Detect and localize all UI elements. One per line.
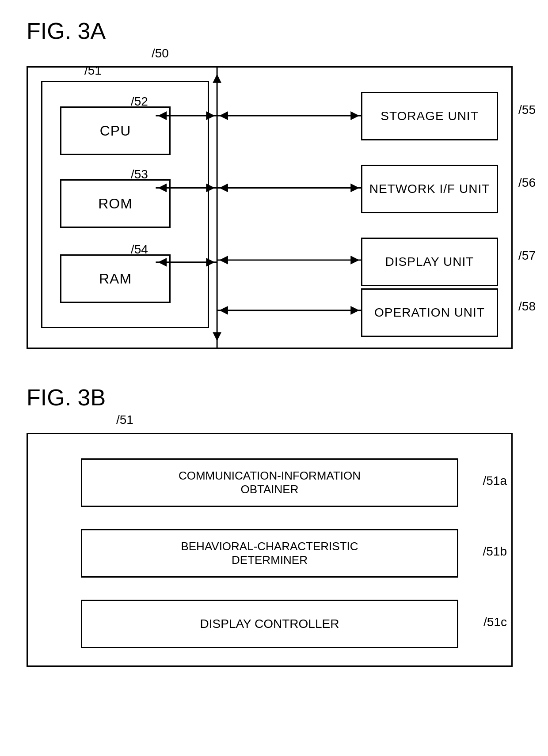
label-51b-outer: /51	[116, 413, 133, 427]
operation-box: OPERATION UNIT	[361, 288, 498, 337]
label-57: /57	[518, 249, 536, 263]
rom-label: ROM	[98, 196, 133, 212]
label-55: /55	[518, 103, 536, 117]
svg-marker-14	[350, 184, 359, 193]
storage-box: STORAGE UNIT	[361, 92, 498, 140]
behav-char-box: BEHAVIORAL-CHARACTERISTICDETERMINER	[81, 529, 458, 578]
label-51: /51	[84, 64, 102, 78]
label-52: /52	[131, 94, 148, 109]
fig3a-section: FIG. 3A /50 /51 CPU /52 ROM /53 RAM /54 …	[27, 18, 521, 349]
ram-box: RAM	[60, 254, 171, 303]
svg-marker-20	[350, 256, 359, 265]
disp-ctrl-label: DISPLAY CONTROLLER	[200, 617, 339, 631]
inner-box-51: /51 CPU /52 ROM /53 RAM /54	[41, 81, 209, 328]
svg-marker-7	[219, 111, 228, 120]
cpu-label: CPU	[100, 123, 131, 139]
fig3b-section: FIG. 3B /51 COMMUNICATION-INFORMATIONOBT…	[27, 384, 521, 667]
label-51c: /51c	[483, 615, 507, 629]
label-54: /54	[131, 242, 148, 257]
network-box: NETWORK I/F UNIT	[361, 165, 498, 213]
storage-label: STORAGE UNIT	[381, 109, 479, 123]
display-unit-box: DISPLAY UNIT	[361, 238, 498, 286]
fig3a-title: FIG. 3A	[27, 18, 521, 44]
display-controller-box: DISPLAY CONTROLLER	[81, 600, 458, 648]
display-label: DISPLAY UNIT	[385, 255, 474, 269]
label-51a: /51a	[483, 474, 507, 488]
svg-marker-23	[350, 306, 359, 315]
label-58: /58	[518, 299, 536, 314]
network-label: NETWORK I/F UNIT	[369, 182, 490, 196]
svg-marker-13	[219, 184, 228, 193]
outer-box-50: /50 /51 CPU /52 ROM /53 RAM /54 STORAGE …	[27, 66, 513, 349]
ram-label: RAM	[99, 271, 132, 287]
label-56: /56	[518, 176, 536, 190]
label-50: /50	[152, 46, 169, 60]
comm-info-label: COMMUNICATION-INFORMATIONOBTAINER	[179, 469, 361, 496]
label-51b-ref: /51b	[483, 544, 507, 559]
rom-box: ROM	[60, 179, 171, 228]
outer-box-51b: /51 COMMUNICATION-INFORMATIONOBTAINER /5…	[27, 433, 513, 667]
svg-marker-22	[219, 306, 228, 315]
operation-label: OPERATION UNIT	[374, 306, 485, 320]
svg-marker-8	[350, 111, 359, 120]
fig3b-title: FIG. 3B	[27, 384, 521, 411]
comm-info-box: COMMUNICATION-INFORMATIONOBTAINER	[81, 458, 458, 507]
behav-char-label: BEHAVIORAL-CHARACTERISTICDETERMINER	[181, 540, 358, 567]
svg-marker-2	[213, 332, 221, 341]
svg-marker-1	[213, 74, 221, 83]
label-53: /53	[131, 167, 148, 181]
svg-marker-19	[219, 256, 228, 265]
cpu-box: CPU	[60, 106, 171, 155]
